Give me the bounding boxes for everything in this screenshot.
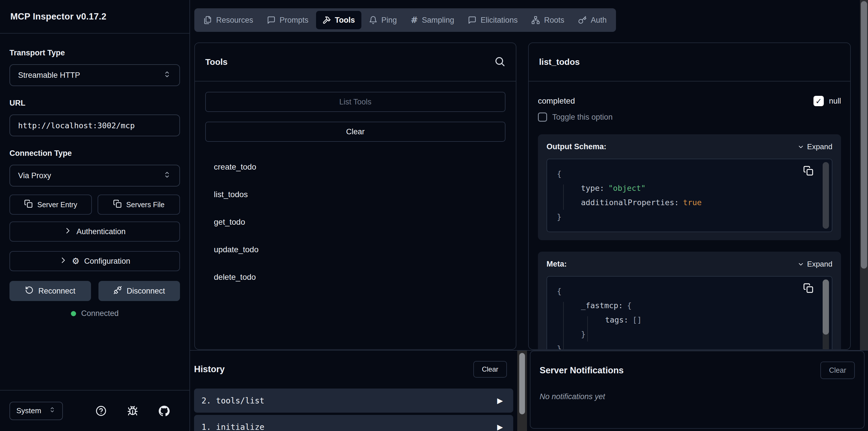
transport-type-select[interactable]: Streamable HTTP — [9, 64, 180, 86]
param-value-group: ✓ null — [813, 96, 841, 106]
server-notifications-panel: Server Notifications Clear No notificati… — [530, 351, 865, 429]
tab-label: Ping — [381, 16, 397, 25]
copy-button[interactable] — [803, 283, 813, 298]
tab-label: Prompts — [280, 16, 309, 25]
notifications-empty-message: No notifications yet — [539, 392, 855, 401]
chevron-right-icon — [64, 227, 72, 237]
code-text: } — [581, 330, 586, 339]
tab-label: Sampling — [422, 16, 454, 25]
detail-panel-body: completed ✓ null Toggle this option — [529, 82, 850, 349]
footer-icons — [96, 405, 169, 417]
history-row-initialize[interactable]: 1. initialize ▶ — [194, 415, 513, 431]
param-name: completed — [538, 96, 575, 105]
scrollbar-thumb[interactable] — [823, 279, 829, 335]
connection-type-select[interactable]: Via Proxy — [9, 165, 180, 186]
tab-auth[interactable]: Auth — [572, 11, 613, 29]
url-input[interactable] — [9, 115, 180, 136]
copy-button[interactable] — [803, 165, 813, 181]
connection-type-value: Via Proxy — [18, 171, 51, 180]
tab-roots[interactable]: Roots — [525, 11, 570, 29]
tool-item-list-todos[interactable]: list_todos — [205, 181, 505, 208]
search-icon[interactable] — [494, 56, 505, 68]
output-schema-header: Output Schema: Expand — [547, 142, 832, 151]
scrollbar-thumb[interactable] — [519, 353, 525, 414]
bug-icon[interactable] — [127, 405, 138, 417]
github-icon[interactable] — [159, 405, 169, 417]
scrollbar-thumb[interactable] — [861, 1, 867, 269]
authentication-button[interactable]: Authentication — [9, 221, 180, 242]
tools-panel-body: List Tools Clear create_todo list_todos … — [195, 82, 516, 301]
tab-resources[interactable]: Resources — [197, 11, 259, 29]
meta-title: Meta: — [547, 260, 567, 269]
connection-status: Connected — [9, 309, 180, 318]
status-label: Connected — [81, 309, 119, 318]
output-schema-expand-toggle[interactable]: Expand — [797, 142, 832, 151]
help-icon[interactable] — [96, 405, 106, 417]
tab-ping[interactable]: Ping — [363, 11, 403, 29]
code-scrollbar[interactable] — [823, 279, 829, 349]
app-window: MCP Inspector v0.17.2 Transport Type Str… — [0, 0, 868, 431]
tool-item-get-todo[interactable]: get_todo — [205, 208, 505, 236]
main-area: Resources Prompts Tools Ping # Sampling — [190, 0, 868, 431]
toggle-checkbox[interactable] — [538, 113, 547, 122]
check-icon: ✓ — [815, 97, 822, 105]
copy-icon — [803, 283, 813, 293]
tab-prompts[interactable]: Prompts — [260, 11, 315, 29]
tool-item-create-todo[interactable]: create_todo — [205, 153, 505, 181]
tool-item-update-todo[interactable]: update_todo — [205, 236, 505, 264]
message-square-icon — [267, 16, 276, 24]
chevron-down-icon — [797, 261, 804, 268]
list-tools-button[interactable]: List Tools — [205, 92, 505, 112]
disconnect-button[interactable]: Disconnect — [98, 281, 180, 301]
null-checkbox[interactable]: ✓ — [813, 96, 824, 106]
main-vertical-scrollbar[interactable] — [860, 0, 868, 350]
tab-tools[interactable]: Tools — [316, 11, 361, 29]
tools-panel-header: Tools — [195, 43, 516, 82]
tab-sampling[interactable]: # Sampling — [404, 11, 461, 29]
configuration-button[interactable]: ⚙ Configuration — [9, 251, 180, 271]
servers-file-button[interactable]: Servers File — [98, 194, 180, 215]
tab-elicitations[interactable]: Elicitations — [462, 11, 524, 29]
meta-code: { _fastmcp:{ tags:[] } } — [547, 276, 832, 349]
tool-item-delete-todo[interactable]: delete_todo — [205, 264, 505, 291]
tools-panel: Tools List Tools Clear create_todo list_… — [194, 42, 516, 350]
chevrons-updown-icon — [163, 171, 172, 181]
play-icon: ▶ — [497, 396, 503, 405]
indent-guide — [563, 302, 564, 349]
indent-guide — [563, 185, 564, 210]
code-text: true — [683, 198, 702, 207]
code-text: _fastmcp: — [581, 301, 623, 310]
history-header: History Clear — [194, 361, 517, 378]
server-entry-button[interactable]: Server Entry — [9, 194, 92, 215]
tool-detail-panel: list_todos completed ✓ null — [528, 42, 851, 350]
history-row-tools-list[interactable]: 2. tools/list ▶ — [194, 389, 513, 413]
key-icon — [578, 16, 587, 24]
sidebar-header: MCP Inspector v0.17.2 — [0, 0, 189, 34]
server-entry-label: Server Entry — [37, 201, 77, 209]
meta-expand-toggle[interactable]: Expand — [797, 260, 832, 269]
hash-icon: # — [411, 16, 418, 24]
tool-list: create_todo list_todos get_todo update_t… — [205, 153, 505, 291]
app-title: MCP Inspector v0.17.2 — [10, 11, 106, 22]
history-scrollbar[interactable] — [517, 351, 527, 431]
code-text: [] — [632, 315, 642, 324]
gear-icon: ⚙ — [72, 257, 80, 266]
chevrons-updown-icon — [49, 406, 56, 415]
files-icon — [204, 16, 212, 24]
connection-buttons-row: Reconnect Disconnect — [9, 281, 180, 301]
toggle-option-row: Toggle this option — [538, 113, 841, 122]
detail-panel-title: list_todos — [539, 57, 580, 67]
reconnect-button[interactable]: Reconnect — [9, 281, 91, 301]
theme-select[interactable]: System — [9, 402, 63, 420]
code-scrollbar[interactable] — [823, 162, 829, 229]
copy-icon — [113, 199, 122, 210]
clear-tools-button[interactable]: Clear — [205, 122, 505, 142]
notifications-clear-button[interactable]: Clear — [820, 362, 855, 379]
transport-type-value: Streamable HTTP — [18, 71, 80, 80]
tab-label: Elicitations — [480, 16, 518, 25]
detail-panel-header: list_todos — [529, 43, 850, 82]
history-clear-button[interactable]: Clear — [473, 361, 507, 378]
output-schema-title: Output Schema: — [547, 142, 607, 151]
scrollbar-thumb[interactable] — [823, 162, 829, 229]
code-text: tags: — [605, 315, 628, 324]
